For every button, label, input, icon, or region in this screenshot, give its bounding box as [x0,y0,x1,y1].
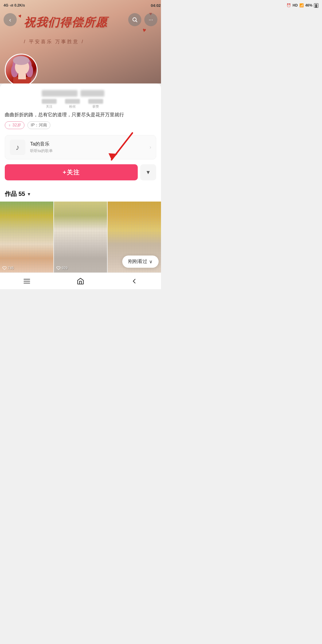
privacy-overlay-2 [54,202,107,273]
stat-likes: 获赞 [88,99,103,109]
action-row: +关注 ▼ [5,164,156,180]
svg-line-1 [136,21,137,22]
likes-label: 获赞 [88,104,103,109]
avatar-container [5,54,38,83]
signal-label: 4G [4,3,8,7]
status-bar: 4G ·ıll 0.2K/s 04:02 ⏰ HD 📶 46% ▓ [0,0,161,11]
more-button[interactable]: ··· [144,13,157,26]
followers-num [65,99,80,104]
more-options-button[interactable]: ▼ [140,164,156,180]
follow-button[interactable]: +关注 [5,164,138,180]
stat-followers: 粉丝 [65,99,80,109]
search-button[interactable] [128,13,141,26]
following-label: 关注 [42,104,57,109]
cover-sub-text: / 平安喜乐 万事胜意 / [24,39,149,45]
avatar-image [6,55,37,83]
like-num-2: 929 [62,266,68,270]
heart-decoration-3: ♥ [142,27,147,34]
like-num-1: 745 [8,266,14,270]
ip-location-tag: IP：河南 [27,121,50,129]
works-dropdown-icon[interactable]: ▼ [27,192,31,196]
data-speed: 0.2K/s [14,3,25,7]
recently-viewed-popup[interactable]: 刚刚看过 ∨ [122,256,159,268]
svg-rect-7 [18,74,26,79]
music-icon: ♪ [10,140,25,155]
bottom-home-button[interactable] [76,277,85,286]
followers-label: 粉丝 [65,104,80,109]
privacy-overlay-1 [0,202,53,273]
works-label: 作品 [5,190,17,198]
profile-card: 关注 粉丝 获赞 曲曲折折的路，总有它的道理，只要尽头是花开万里就行 ♀ 32岁… [0,83,161,202]
bottom-nav [0,273,161,289]
avatar [5,54,38,83]
heart-decoration-1: ♥ [18,13,23,20]
username-block [42,90,78,97]
dropdown-icon: ▼ [145,169,151,176]
username-extra [80,90,104,97]
username-blur [42,90,156,97]
music-note-icon: ♪ [16,143,20,152]
stat-following: 关注 [42,99,57,109]
music-chevron-icon: › [150,145,151,150]
bio-text: 曲曲折折的路，总有它的道理，只要尽头是花开万里就行 [0,109,161,121]
back-button[interactable]: ‹ [4,13,17,26]
username-area: 关注 粉丝 获赞 [0,83,161,109]
video-grid-container: 745 929 刚刚看过 ∨ [0,202,161,273]
works-count: 55 [18,191,25,197]
works-header: 作品 55 ▼ [0,186,161,202]
tags-row: ♀ 32岁 IP：河南 [0,121,161,133]
bottom-back-button[interactable] [130,277,139,286]
bottom-menu-button[interactable] [22,277,31,286]
likes-num [88,99,103,104]
music-card[interactable]: ♪ Ta的音乐 听听ta的歌单 › [5,135,156,160]
video-cell-2[interactable]: 929 [54,202,107,273]
following-num [42,99,57,104]
signal-bars-icon: ·ıll [10,4,13,7]
gender-icon: ♀ [8,123,11,128]
svg-point-5 [15,59,29,75]
status-left: 4G ·ıll 0.2K/s [4,3,25,7]
recently-viewed-arrow-icon: ∨ [149,259,153,264]
video-cell-1[interactable]: 745 [0,202,53,273]
music-subtitle: 听听ta的歌单 [30,148,145,154]
like-count-2: 929 [56,266,68,270]
cover-banner: ‹ ··· 祝我们得偿所愿 / 平安喜乐 万事胜意 / ♥ ♥ ♥ [0,0,161,83]
gender-age-tag: ♀ 32岁 [5,121,24,129]
music-title: Ta的音乐 [30,141,145,147]
music-info: Ta的音乐 听听ta的歌单 [30,141,145,154]
clock: 04:02 [151,3,161,8]
age-label: 32岁 [13,123,21,128]
like-count-1: 745 [2,266,14,270]
recently-viewed-label: 刚刚看过 [128,258,147,265]
